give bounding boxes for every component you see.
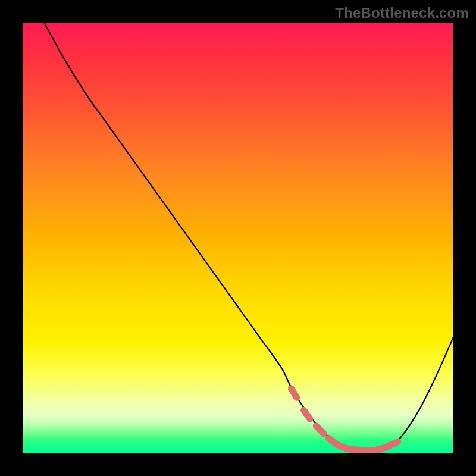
- sweet-spot-markers: [291, 389, 397, 451]
- sweet-spot-dot: [304, 410, 310, 419]
- chart-svg: [23, 23, 453, 453]
- watermark-text: TheBottleneck.com: [335, 5, 469, 21]
- chart-container: TheBottleneck.com: [0, 0, 476, 476]
- bottleneck-curve-line: [44, 23, 453, 450]
- sweet-spot-dot: [291, 389, 296, 397]
- sweet-spot-dot: [316, 426, 324, 434]
- plot-area: [23, 23, 453, 453]
- sweet-spot-dot: [388, 441, 397, 446]
